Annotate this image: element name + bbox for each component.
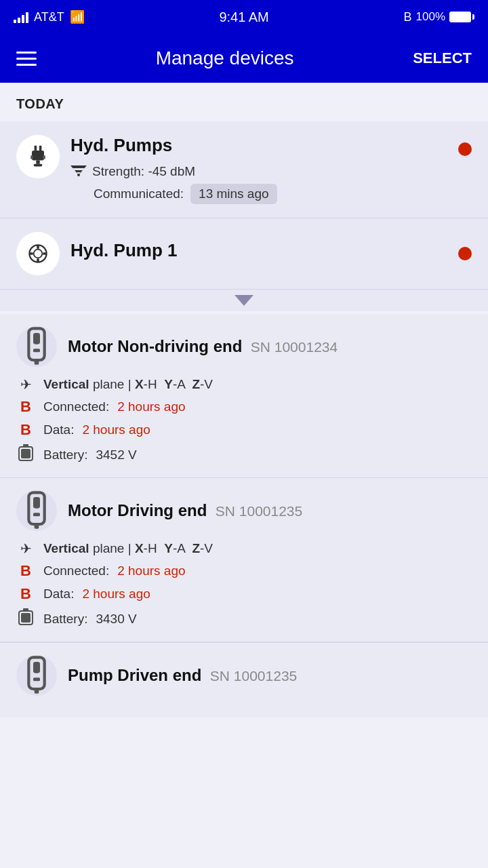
svg-rect-17 xyxy=(37,258,39,262)
bluetooth-icon: B xyxy=(404,10,412,24)
sensor-icon-2 xyxy=(16,490,57,531)
hyd-pumps-details: Strength: -45 dbM Communicated: 13 mins … xyxy=(70,163,472,204)
connected-row-1: B Connected: 2 hours ago xyxy=(16,398,472,416)
time-label: 9:41 AM xyxy=(219,9,268,25)
motor-non-driving-card[interactable]: Motor Non-driving end SN 10001234 ✈ Vert… xyxy=(0,314,488,478)
plane-row-2: ✈ Vertical plane | X-H Y-A Z-V xyxy=(16,540,472,557)
hyd-pump1-row[interactable]: Hyd. Pump 1 xyxy=(0,218,488,290)
plane-icon-2: ✈ xyxy=(16,540,35,557)
svg-rect-26 xyxy=(33,497,40,509)
select-button[interactable]: SELECT xyxy=(413,50,472,67)
battery-row-2: Battery: 3430 V xyxy=(16,608,472,629)
section-today: TODAY xyxy=(0,83,488,119)
connected-label-1: Connected: xyxy=(43,399,109,414)
status-right: B 100% xyxy=(404,10,475,24)
svg-rect-3 xyxy=(36,160,39,163)
hyd-pumps-info: Hyd. Pumps xyxy=(70,135,472,204)
hyd-pump1-name: Hyd. Pump 1 xyxy=(70,240,177,261)
connected-label-2: Connected: xyxy=(43,564,109,578)
motor-non-driving-sn: SN 10001234 xyxy=(251,339,338,355)
svg-rect-31 xyxy=(21,613,30,623)
bluetooth-icon-2: B xyxy=(16,562,35,580)
status-left: AT&T 📶 xyxy=(14,9,85,24)
pump-driven-icon-circle xyxy=(16,655,57,696)
motor-driving-card[interactable]: Motor Driving end SN 10001235 ✈ Vertical… xyxy=(0,478,488,642)
battery-value-2: 3430 V xyxy=(96,612,136,627)
svg-rect-2 xyxy=(32,151,44,160)
content-area: TODAY Hyd. Pumps xyxy=(0,83,488,717)
signal-icon xyxy=(14,11,28,23)
svg-rect-33 xyxy=(33,662,40,673)
pump-driven-partial-card[interactable]: Pump Driven end SN 10001235 xyxy=(0,642,488,717)
plane-label-2: Vertical plane | X-H Y-A Z-V xyxy=(43,541,213,556)
hyd-pumps-status-dot xyxy=(458,142,472,156)
expand-area xyxy=(0,290,488,311)
sensor-icon-3 xyxy=(16,655,57,696)
svg-rect-20 xyxy=(33,349,40,352)
battery-icon-1 xyxy=(16,444,35,465)
battery-row-1: Battery: 3452 V xyxy=(16,444,472,465)
battery-label-2: Battery: xyxy=(43,612,87,627)
data-time-2: 2 hours ago xyxy=(82,587,150,601)
bluetooth-icon-data-1: B xyxy=(16,421,35,439)
page-title: Manage devices xyxy=(156,47,294,69)
motor-driving-header: Motor Driving end SN 10001235 xyxy=(16,490,472,531)
status-bar: AT&T 📶 9:41 AM B 100% xyxy=(0,0,488,34)
svg-rect-0 xyxy=(35,146,37,151)
motor-driving-sn: SN 10001235 xyxy=(216,503,302,519)
battery-icon-2 xyxy=(16,608,35,629)
data-row-1: B Data: 2 hours ago xyxy=(16,421,472,439)
expand-arrow-icon xyxy=(235,295,253,306)
plane-icon-1: ✈ xyxy=(16,376,35,393)
connected-time-2: 2 hours ago xyxy=(117,564,185,578)
wifi-icon: 📶 xyxy=(70,9,85,24)
wifi-strength-icon xyxy=(70,163,85,180)
pump-group-icon xyxy=(26,144,50,169)
bluetooth-icon-1: B xyxy=(16,398,35,416)
plane-row-1: ✈ Vertical plane | X-H Y-A Z-V xyxy=(16,376,472,393)
svg-point-13 xyxy=(34,250,43,258)
svg-rect-27 xyxy=(33,513,40,516)
svg-rect-5 xyxy=(30,155,33,159)
svg-rect-16 xyxy=(37,245,39,248)
svg-rect-24 xyxy=(21,449,30,458)
svg-rect-28 xyxy=(35,524,39,529)
motor-driving-icon-circle xyxy=(16,490,57,531)
battery-value-1: 3452 V xyxy=(96,448,136,462)
battery-icon xyxy=(449,12,474,22)
data-label-2: Data: xyxy=(43,587,74,601)
connected-time-1: 2 hours ago xyxy=(117,399,185,414)
motor-non-driving-details: ✈ Vertical plane | X-H Y-A Z-V B Connect… xyxy=(16,376,472,465)
motor-driving-details: ✈ Vertical plane | X-H Y-A Z-V B Connect… xyxy=(16,540,472,629)
hyd-pump1-icon-circle xyxy=(16,232,60,275)
pump-driven-name: Pump Driven end xyxy=(68,666,201,684)
pump-driven-header: Pump Driven end SN 10001235 xyxy=(16,655,472,696)
data-row-2: B Data: 2 hours ago xyxy=(16,585,472,603)
connected-row-2: B Connected: 2 hours ago xyxy=(16,562,472,580)
motor-driving-name-block: Motor Driving end SN 10001235 xyxy=(68,501,302,520)
svg-rect-35 xyxy=(35,689,39,694)
communicated-time: 13 mins ago xyxy=(190,184,277,204)
svg-rect-15 xyxy=(43,252,46,255)
pump-driven-sn: SN 10001235 xyxy=(210,668,297,684)
svg-rect-4 xyxy=(34,164,43,167)
svg-rect-34 xyxy=(33,677,40,681)
strength-label: Strength: -45 dbM xyxy=(92,164,195,179)
hyd-pumps-icon-circle xyxy=(16,135,60,178)
svg-rect-21 xyxy=(35,360,39,365)
data-label-1: Data: xyxy=(43,422,74,437)
svg-point-11 xyxy=(77,174,80,176)
svg-rect-14 xyxy=(29,252,33,255)
motor-driving-name: Motor Driving end xyxy=(68,501,207,519)
communicated-row: Communicated: 13 mins ago xyxy=(70,184,472,204)
app-header: Manage devices SELECT xyxy=(0,34,488,83)
bluetooth-icon-data-2: B xyxy=(16,585,35,603)
battery-label: 100% xyxy=(416,10,445,24)
sensor-icon-1 xyxy=(16,326,57,367)
pump1-icon xyxy=(26,241,50,266)
motor-non-driving-name: Motor Non-driving end xyxy=(68,337,242,355)
hyd-pumps-group[interactable]: Hyd. Pumps xyxy=(0,121,488,218)
svg-rect-6 xyxy=(43,155,45,159)
menu-button[interactable] xyxy=(16,52,37,66)
hyd-pump1-status-dot xyxy=(458,247,472,260)
